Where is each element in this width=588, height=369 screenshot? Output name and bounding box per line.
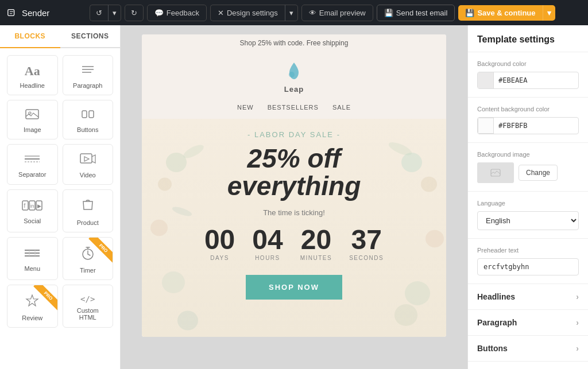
content-bg-label: Content background color (477, 106, 579, 112)
hero-title: 25% off everything (165, 145, 423, 200)
change-bg-button[interactable]: Change (519, 165, 558, 181)
logo-text: Sender (22, 8, 49, 18)
bg-image-area: Change (477, 162, 579, 183)
design-settings-label: Design settings (227, 9, 278, 17)
email-preview-button[interactable]: 👁 Email preview (301, 5, 373, 21)
email-preview-label: Email preview (319, 9, 366, 17)
pro-ribbon: PRO (29, 285, 58, 314)
design-settings-button[interactable]: ✕ Design settings (210, 5, 285, 21)
bg-color-label: Background color (477, 60, 579, 67)
logo-area: Leap (142, 52, 446, 99)
block-paragraph[interactable]: Paragraph (63, 55, 114, 95)
preheader-input[interactable] (477, 258, 579, 275)
svg-point-5 (29, 112, 31, 114)
block-buttons[interactable]: Buttons (63, 100, 114, 139)
bg-color-swatch (478, 72, 494, 88)
accordion-paragraph: Paragraph › (468, 310, 588, 336)
save-arrow[interactable]: ▾ (543, 5, 555, 21)
cta-button[interactable]: SHOP NOW (246, 275, 342, 300)
save-icon: 💾 (465, 9, 474, 17)
menu-icon (24, 247, 41, 262)
bg-color-value: #EBEAEA (494, 73, 578, 87)
content-bg-swatch (478, 118, 494, 134)
block-product[interactable]: Product (63, 189, 114, 232)
accordion-headlines: Headlines › (468, 284, 588, 310)
language-section: Language English (468, 192, 588, 239)
bg-color-section: Background color #EBEAEA (468, 52, 588, 98)
promo-bar: Shop 25% with code. Free shipping (142, 34, 446, 52)
svg-point-39 (394, 304, 417, 326)
content-bg-value: #FBFBFB (494, 119, 578, 133)
undo-button[interactable]: ↺ (90, 5, 108, 21)
feedback-button[interactable]: 💬 Feedback (147, 5, 207, 21)
html-icon: </> (80, 294, 95, 304)
svg-rect-7 (89, 111, 94, 118)
block-social[interactable]: fin▶ Social (7, 189, 58, 232)
chevron-icon: › (576, 344, 579, 353)
bg-color-field[interactable]: #EBEAEA (477, 72, 579, 89)
block-label: Timer (80, 267, 96, 274)
block-image[interactable]: Image (7, 100, 58, 139)
brand-logo-icon (283, 60, 305, 83)
save-button[interactable]: 💾 Save & continue (458, 5, 542, 21)
block-custom-html[interactable]: </> Custom HTML (63, 285, 114, 328)
design-settings-group: ✕ Design settings ▾ (210, 5, 298, 21)
send-test-label: Send test email (396, 9, 448, 17)
send-test-button[interactable]: 💾 Send test email (377, 5, 455, 21)
image-icon (25, 108, 39, 123)
separator-icon (24, 153, 41, 168)
right-panel: Template settings Background color #EBEA… (467, 25, 588, 369)
paragraph-icon (81, 64, 95, 79)
send-icon: 💾 (384, 9, 393, 17)
block-menu[interactable]: Menu (7, 237, 58, 280)
accordion-separator: Separator › (468, 362, 588, 369)
countdown-hours: 04 HOURS (252, 226, 283, 261)
accordion-paragraph-header[interactable]: Paragraph › (468, 310, 588, 335)
email-nav: NEW BESTSELLERS SALE (142, 99, 446, 119)
block-label: Buttons (77, 126, 98, 133)
nav-sale[interactable]: SALE (332, 104, 351, 111)
tab-blocks[interactable]: BLOCKS (0, 25, 60, 48)
accordion-buttons: Buttons › (468, 336, 588, 362)
block-label: Custom HTML (68, 307, 109, 321)
design-icon: ✕ (218, 9, 224, 17)
sidebar-tabs: BLOCKS SECTIONS (0, 25, 120, 48)
accordion: Headlines › Paragraph › Buttons › Separa… (468, 284, 588, 369)
content-bg-field[interactable]: #FBFBFB (477, 117, 579, 134)
block-headline[interactable]: Aa Headline (7, 55, 58, 95)
language-select[interactable]: English (477, 211, 579, 230)
redo-button[interactable]: ↻ (125, 5, 144, 21)
block-timer[interactable]: PRO Timer (63, 237, 114, 280)
countdown-days: 00 DAYS (204, 226, 235, 261)
svg-text:▶: ▶ (37, 203, 41, 209)
svg-rect-0 (8, 10, 14, 16)
nav-bestsellers[interactable]: BESTSELLERS (268, 104, 319, 111)
countdown: 00 DAYS 04 HOURS 20 MINUTES 37 (165, 226, 423, 261)
accordion-headlines-header[interactable]: Headlines › (468, 284, 588, 309)
language-label: Language (477, 200, 579, 207)
left-sidebar: BLOCKS SECTIONS Aa Headline Paragraph (0, 25, 121, 369)
design-settings-arrow[interactable]: ▾ (285, 5, 298, 21)
nav-new[interactable]: NEW (237, 104, 254, 111)
block-label: Paragraph (73, 82, 102, 89)
chevron-icon: › (576, 318, 579, 327)
feedback-icon: 💬 (154, 9, 164, 17)
block-video[interactable]: Video (63, 144, 114, 185)
block-separator[interactable]: Separator (7, 144, 58, 185)
bg-image-thumb (477, 162, 514, 183)
block-label: Image (24, 126, 41, 133)
brand-name: Leap (284, 85, 304, 94)
block-review[interactable]: PRO Review (7, 285, 58, 328)
svg-point-26 (289, 72, 295, 77)
accordion-buttons-header[interactable]: Buttons › (468, 336, 588, 361)
undo-arrow[interactable]: ▾ (108, 5, 121, 21)
tab-sections[interactable]: SECTIONS (60, 25, 121, 47)
countdown-seconds: 37 SECONDS (349, 226, 384, 261)
block-label: Headline (20, 82, 45, 89)
block-label: Product (77, 219, 99, 226)
chevron-icon: › (576, 292, 579, 301)
bg-image-section: Background image Change (468, 143, 588, 192)
canvas-area[interactable]: Shop 25% with code. Free shipping Leap N… (121, 25, 467, 369)
accordion-separator-header[interactable]: Separator › (468, 362, 588, 369)
svg-point-36 (425, 230, 444, 247)
